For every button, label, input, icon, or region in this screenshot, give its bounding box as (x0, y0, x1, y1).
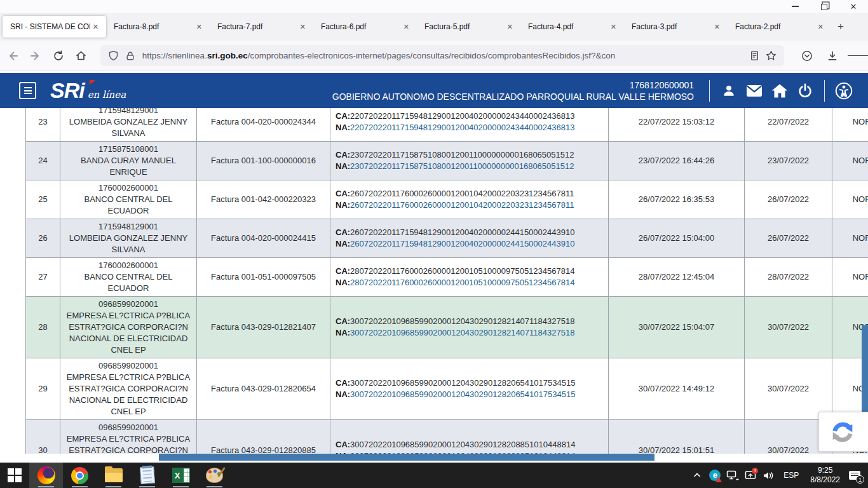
tab-close-icon[interactable]: ✕ (401, 22, 412, 32)
url-bar[interactable]: https://srienlinea.sri.gob.ec/comprobant… (100, 45, 784, 66)
notifications-button[interactable]: 1 (845, 463, 864, 488)
table-row[interactable]: 27 1760002600001 BANCO CENTRAL DEL ECUAD… (25, 258, 868, 297)
document-cell: Factura 043-029-012821407 (197, 297, 330, 358)
browser-tab[interactable]: Factura-7.pdf ✕ (210, 16, 313, 37)
menu-item[interactable] (15, 5, 25, 8)
table-row[interactable]: 26 1715948129001 LOMBEIDA GONZALEZ JENNY… (25, 219, 868, 258)
shield-icon[interactable] (105, 48, 122, 64)
browser-tab[interactable]: Factura-2.pdf ✕ (728, 16, 831, 37)
browser-tab[interactable]: SRI - SISTEMA DE COMP ✕ (3, 16, 106, 37)
issuer-name: LOMBEIDA GONZALEZ JENNY SILVANA (65, 233, 191, 255)
table-row[interactable]: 29 0968599020001 EMPRESA EL?CTRICA P?BLI… (25, 358, 868, 420)
menu-item[interactable] (56, 5, 66, 8)
browser-tab[interactable]: Factura-5.pdf ✕ (417, 16, 520, 37)
start-button[interactable] (0, 463, 29, 488)
status-cell: NORMAL (832, 219, 868, 258)
notepad-icon (140, 466, 155, 484)
tab-close-icon[interactable]: ✕ (712, 22, 722, 32)
pocket-icon[interactable] (797, 46, 817, 66)
issue-date-cell: 26/07/2022 (745, 180, 832, 219)
menu-item[interactable] (46, 5, 56, 8)
file-explorer-icon (105, 468, 123, 482)
menu-item[interactable] (25, 5, 36, 8)
tab-close-icon[interactable]: ✕ (90, 22, 101, 32)
status-cell: NORMAL (832, 258, 868, 297)
antivirus-icon[interactable]: e (706, 463, 724, 488)
close-icon[interactable]: ✕ (839, 0, 868, 13)
table-row[interactable]: 24 1715875108001 BANDA CURAY MANUEL ENRI… (25, 142, 868, 180)
table-row[interactable]: 25 1760002600001 BANCO CENTRAL DEL ECUAD… (25, 180, 868, 219)
browser-tab[interactable]: Factura-6.pdf ✕ (313, 16, 417, 37)
table-row[interactable]: 23 1715948129001 LOMBEIDA GONZALEZ JENNY… (25, 108, 868, 142)
reader-view-icon[interactable] (746, 48, 763, 64)
back-button[interactable] (3, 46, 23, 66)
tab-close-icon[interactable]: ✕ (194, 22, 205, 32)
restore-icon[interactable] (810, 0, 839, 13)
reload-button[interactable] (48, 46, 69, 66)
accessibility-icon[interactable] (831, 80, 857, 102)
tab-close-icon[interactable]: ✕ (608, 22, 619, 32)
issuer-cell: 0968599020001 EMPRESA EL?CTRICA P?BLICA … (60, 297, 197, 358)
document-cell: Factura 004-020-000024415 (197, 219, 330, 258)
browser-tab[interactable]: Factura-3.pdf ✕ (624, 16, 728, 37)
browser-tab[interactable]: Factura-8.pdf ✕ (106, 16, 210, 37)
tab-close-icon[interactable]: ✕ (505, 22, 515, 32)
issuer-name: LOMBEIDA GONZALEZ JENNY SILVANA (65, 116, 191, 139)
table-row[interactable]: 28 0968599020001 EMPRESA EL?CTRICA P?BLI… (25, 297, 868, 358)
sidebar-menu-icon[interactable] (19, 82, 36, 99)
taskbar-chrome[interactable] (63, 463, 97, 488)
authorization-date-cell: 28/07/2022 12:45:04 (609, 258, 745, 297)
downloads-icon[interactable] (822, 46, 843, 66)
page-content: 23 1715948129001 LOMBEIDA GONZALEZ JENNY… (0, 108, 868, 463)
network-icon[interactable] (724, 463, 742, 488)
new-tab-button[interactable]: + (831, 19, 850, 34)
excel-icon: X (172, 468, 190, 483)
tab-title: Factura-6.pdf (321, 22, 401, 31)
screen-share-icon[interactable]: ! (742, 463, 759, 488)
toolbar-right (792, 46, 868, 66)
access-key-line: CA:3007202201096859902000120430290128214… (336, 316, 574, 327)
tab-close-icon[interactable]: ✕ (815, 22, 826, 32)
browser-tab[interactable]: Factura-4.pdf ✕ (520, 16, 624, 37)
menu-item[interactable] (66, 5, 76, 8)
taskbar-excel[interactable]: X (164, 463, 198, 488)
sri-logo: SRi en línea (50, 78, 126, 103)
language-indicator[interactable]: ESP (777, 471, 805, 480)
tab-title: Factura-4.pdf (528, 22, 608, 31)
power-icon[interactable] (792, 80, 818, 102)
browser-toolbar: https://srienlinea.sri.gob.ec/comprobant… (0, 41, 868, 71)
tab-close-icon[interactable]: ✕ (297, 22, 308, 32)
authorization-date-cell: 26/07/2022 16:35:53 (609, 180, 745, 219)
app-menu-icon[interactable] (848, 46, 868, 66)
home-icon[interactable] (767, 80, 792, 102)
mail-icon[interactable] (742, 80, 767, 102)
clock[interactable]: 9:25 8/8/2022 (805, 466, 845, 485)
taskbar-paint[interactable] (198, 463, 231, 488)
table-row[interactable]: 30 0968599020001 EMPRESA EL?CTRICA P?BLI… (25, 420, 868, 454)
taskbar-firefox[interactable] (29, 463, 63, 488)
vertical-scrollbar-thumb[interactable] (862, 325, 868, 423)
menu-item[interactable] (5, 5, 15, 8)
issuer-ruc: 1715875108001 (98, 144, 158, 155)
authorization-number-line: NA:3007202201096859902000120430290128214… (336, 327, 574, 339)
notification-count-badge: 1 (856, 475, 864, 484)
recaptcha-badge[interactable] (818, 412, 868, 452)
taskbar-file-explorer[interactable] (97, 463, 130, 488)
forward-button[interactable] (25, 46, 46, 66)
clock-date: 8/8/2022 (810, 475, 840, 485)
user-icon[interactable] (716, 80, 742, 102)
tray-expand-chevron-icon[interactable] (688, 463, 706, 488)
issue-date-cell: 30/07/2022 (745, 358, 832, 420)
row-number: 30 (25, 420, 60, 454)
lock-icon[interactable] (122, 48, 139, 64)
home-button[interactable] (71, 46, 92, 66)
paint-icon (206, 468, 223, 483)
volume-icon[interactable] (759, 463, 777, 488)
issuer-cell: 1760002600001 BANCO CENTRAL DEL ECUADOR (60, 258, 197, 297)
open-indicator (173, 486, 189, 487)
menu-item[interactable] (36, 5, 46, 8)
minimize-icon[interactable] (780, 0, 810, 13)
taskbar-notepad[interactable] (130, 463, 164, 488)
horizontal-scrollbar-thumb[interactable] (159, 454, 654, 461)
bookmark-star-icon[interactable] (763, 48, 779, 64)
